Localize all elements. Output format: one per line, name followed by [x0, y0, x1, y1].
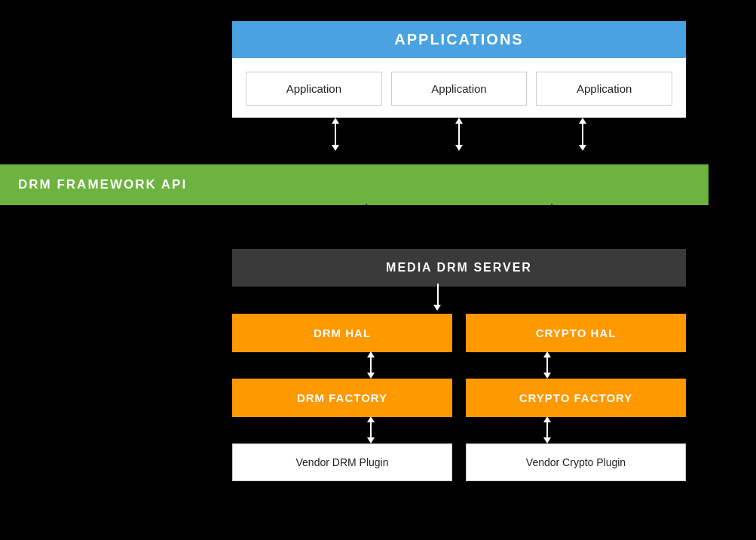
media-drm-server: MEDIA DRM SERVER — [232, 249, 686, 287]
server-arrow-line — [437, 284, 439, 306]
vendor-row: Vendor DRM Plugin Vendor Crypto Plugin — [232, 443, 686, 481]
applications-header: APPLICATIONS — [232, 21, 686, 58]
vendor-crypto-plugin-box: Vendor Crypto Plugin — [466, 443, 686, 481]
drm-framework-bar: DRM FRAMEWORK API — [0, 164, 709, 205]
crypto-factory-box: CRYPTO FACTORY — [466, 379, 686, 417]
applications-block: APPLICATIONS Application Application App… — [232, 21, 686, 151]
application-box-3: Application — [536, 72, 672, 106]
application-box-1: Application — [246, 72, 382, 106]
drm-hal-box: DRM HAL — [232, 314, 452, 352]
application-box-2: Application — [391, 72, 528, 106]
hal-arrows — [232, 351, 686, 379]
crypto-hal-box: CRYPTO HAL — [466, 314, 686, 352]
factory-row: DRM FACTORY CRYPTO FACTORY — [232, 379, 686, 417]
mid-arrows-section — [232, 204, 686, 249]
mid-arrow-2 — [548, 204, 556, 249]
hal-row: DRM HAL CRYPTO HAL — [232, 314, 686, 352]
drm-factory-box: DRM FACTORY — [232, 379, 452, 417]
arrow-3 — [579, 118, 586, 151]
drm-framework-label: DRM FRAMEWORK API — [18, 177, 187, 192]
vendor-drm-plugin-box: Vendor DRM Plugin — [232, 443, 452, 481]
arrow-1 — [332, 118, 339, 151]
factory-arrows — [232, 416, 686, 443]
mid-arrow-1 — [363, 204, 370, 249]
server-arrow-head — [433, 305, 441, 311]
arrow-2 — [455, 118, 463, 151]
